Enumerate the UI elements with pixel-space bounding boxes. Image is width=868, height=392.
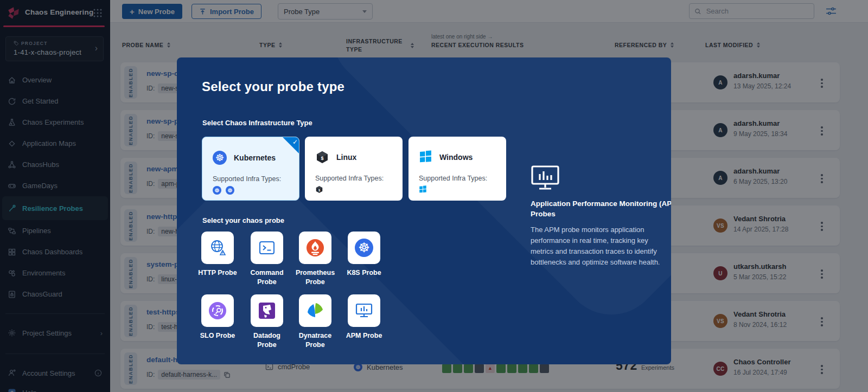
probe-tile-apm[interactable]: [348, 294, 380, 327]
k8s-probe-icon: ☸: [355, 239, 373, 257]
apm-panel-title: Application Performance Monitoring (APM)…: [531, 198, 671, 219]
datadog-probe-icon: [258, 301, 276, 320]
dynatrace-probe-icon: [305, 301, 325, 320]
prometheus-probe-icon: [305, 238, 325, 258]
supported-infra-icons: [419, 185, 427, 194]
selected-check-icon: ✓: [283, 137, 299, 153]
apm-panel-description: The APM probe monitors application perfo…: [531, 224, 671, 268]
windows-icon: [419, 150, 432, 164]
linux-icon: $: [315, 185, 323, 194]
infra-card-kubernetes[interactable]: ✓ ☸ Kubernetes Supported Infra Types: ☸ …: [202, 137, 299, 201]
command-probe-icon: [258, 239, 276, 257]
probe-section-label: Select your chaos probe: [202, 216, 284, 224]
probe-tile-command[interactable]: [251, 232, 283, 264]
probe-tile-prometheus[interactable]: [299, 232, 331, 264]
infra-card-windows[interactable]: Windows Supported Infra Types:: [409, 137, 506, 201]
windows-icon: [419, 185, 427, 194]
probe-tile-label: SLO Probe: [197, 331, 238, 340]
http-probe-icon: [208, 238, 227, 258]
probe-tile-label: Command Probe: [246, 268, 288, 287]
infra-section-label: Select Chaos Infrastructure Type: [202, 119, 312, 127]
probe-tile-label: K8S Probe: [343, 268, 385, 278]
probe-tile-label: APM Probe: [343, 331, 385, 340]
svg-text:$: $: [321, 156, 323, 161]
probe-tile-label: Datadog Probe: [246, 331, 288, 350]
kubernetes-icon: ☸: [226, 186, 234, 195]
kubernetes-icon: ☸: [213, 151, 227, 165]
probe-tile-k8s[interactable]: ☸: [348, 232, 380, 264]
probe-tile-http[interactable]: [201, 232, 234, 264]
select-probe-type-modal: Select your probe type Select Chaos Infr…: [177, 57, 671, 364]
probe-tile-dynatrace[interactable]: [299, 294, 331, 327]
probe-tile-slo[interactable]: [201, 294, 234, 327]
probe-tile-datadog[interactable]: [251, 294, 283, 327]
apm-monitor-icon: [531, 165, 560, 192]
supported-infra-icons: $: [315, 185, 323, 194]
kubernetes-icon: ☸: [213, 186, 221, 195]
app-root: Chaos Engineering PROJECT 1-41-x-chaos-p…: [0, 0, 868, 392]
linux-icon: $: [315, 150, 329, 164]
modal-title: Select your probe type: [202, 79, 344, 94]
probe-tile-label: HTTP Probe: [197, 268, 238, 278]
probe-tile-label: Dynatrace Probe: [295, 331, 336, 350]
slo-probe-icon: [208, 301, 227, 320]
probe-tile-label: Prometheus Probe: [295, 268, 336, 287]
supported-infra-icons: ☸ ☸: [213, 186, 234, 195]
apm-probe-icon: [354, 301, 374, 320]
infra-card-linux[interactable]: $ Linux Supported Infra Types: $: [305, 137, 403, 201]
